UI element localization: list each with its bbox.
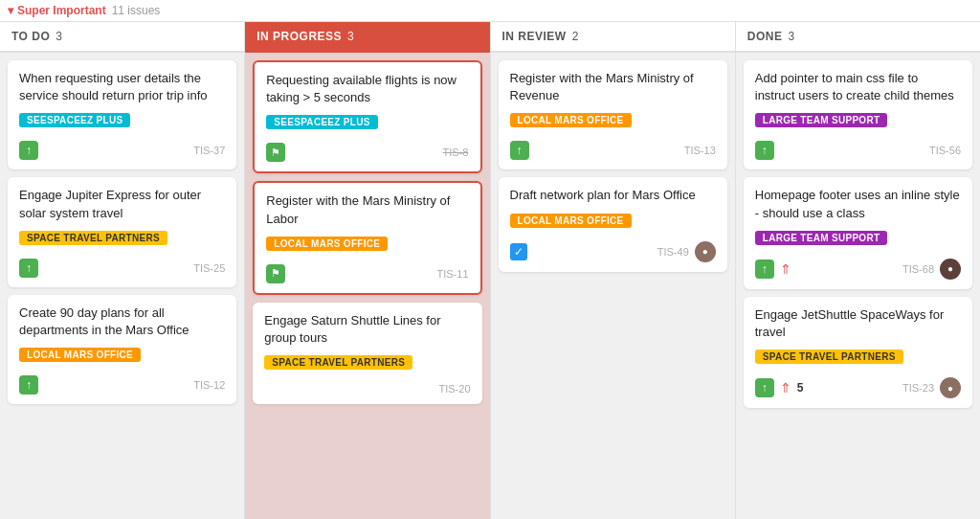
card-footer-right: TIS-23● bbox=[902, 377, 961, 398]
card-footer: ↑TIS-12 bbox=[19, 375, 225, 395]
avatar: ● bbox=[695, 241, 716, 262]
card-footer-right: TIS-49● bbox=[657, 241, 716, 262]
card[interactable]: Engage JetShuttle SpaceWays for travelSP… bbox=[744, 297, 972, 408]
card-tag: LOCAL MARS OFFICE bbox=[19, 348, 141, 362]
card-footer-left: ⚑ bbox=[266, 264, 285, 283]
card-tag: LARGE TEAM SUPPORT bbox=[755, 231, 888, 245]
card[interactable]: Register with the Mars Ministry of Labor… bbox=[253, 181, 481, 294]
card-footer: ↑TIS-25 bbox=[19, 259, 225, 278]
up-arrow-button[interactable]: ↑ bbox=[510, 141, 529, 160]
card-title: When requesting user details the service… bbox=[19, 70, 225, 104]
card-footer-left: ↑ bbox=[755, 141, 774, 160]
double-up-arrow-icon: ⇑ bbox=[780, 261, 791, 277]
bookmark-button[interactable]: ⚑ bbox=[266, 264, 285, 283]
card-footer: ↑⇑5TIS-23● bbox=[755, 377, 961, 398]
column-inreview: IN REVIEW2Register with the Mars Ministr… bbox=[491, 22, 736, 519]
card[interactable]: Add pointer to main css file to instruct… bbox=[744, 60, 972, 169]
badge-count: 5 bbox=[797, 381, 804, 395]
card-id: TIS-56 bbox=[929, 145, 961, 156]
col-header-inprogress: IN PROGRESS3 bbox=[245, 22, 489, 53]
up-arrow-button[interactable]: ↑ bbox=[19, 375, 38, 395]
card-title: Homepage footer uses an inline style - s… bbox=[755, 187, 961, 221]
card-footer-left: ↑ bbox=[19, 259, 38, 278]
card-id: TIS-49 bbox=[657, 246, 689, 258]
card-tag: LOCAL MARS OFFICE bbox=[510, 113, 632, 127]
card-footer-left: ↑ bbox=[510, 141, 529, 160]
card-footer-right: TIS-56 bbox=[929, 145, 961, 156]
up-arrow-button[interactable]: ↑ bbox=[755, 378, 774, 397]
bookmark-button[interactable]: ⚑ bbox=[266, 143, 285, 162]
card-title: Requesting available flights is now taki… bbox=[266, 72, 468, 106]
card-footer: ✓TIS-49● bbox=[510, 241, 716, 262]
col-count: 3 bbox=[347, 30, 354, 43]
col-header-todo: TO DO3 bbox=[0, 22, 244, 53]
card-tag: SEESPACEEZ PLUS bbox=[19, 113, 130, 127]
up-arrow-button[interactable]: ↑ bbox=[755, 141, 774, 160]
card-footer-right: TIS-12 bbox=[193, 379, 225, 391]
card-footer: TIS-20 bbox=[264, 383, 470, 395]
card-title: Register with the Mars Ministry of Labor bbox=[266, 192, 468, 227]
card-tag: SPACE TRAVEL PARTNERS bbox=[264, 355, 412, 370]
card-id: TIS-20 bbox=[438, 383, 470, 395]
card[interactable]: Engage Jupiter Express for outer solar s… bbox=[8, 177, 236, 286]
group-header: ▾ Super Important 11 issues bbox=[0, 0, 980, 22]
col-header-done: DONE3 bbox=[736, 22, 980, 53]
card-id: TIS-11 bbox=[436, 268, 468, 280]
card-footer-right: TIS-8 bbox=[443, 147, 469, 158]
card-footer: ⚑TIS-11 bbox=[266, 264, 468, 283]
card-footer-right: TIS-37 bbox=[193, 145, 225, 156]
column-inprogress: IN PROGRESS3Requesting available flights… bbox=[245, 22, 490, 519]
col-title: IN REVIEW bbox=[502, 30, 567, 43]
card[interactable]: Create 90 day plans for all departments … bbox=[8, 295, 236, 404]
col-body-todo: When requesting user details the service… bbox=[0, 53, 244, 519]
card-title: Engage Jupiter Express for outer solar s… bbox=[19, 187, 225, 221]
card-footer: ↑TIS-13 bbox=[510, 141, 716, 160]
card-title: Draft network plan for Mars Office bbox=[510, 187, 716, 204]
col-title: DONE bbox=[747, 30, 783, 43]
card-title: Create 90 day plans for all departments … bbox=[19, 305, 225, 339]
card-title: Add pointer to main css file to instruct… bbox=[755, 70, 961, 104]
card-footer-right: TIS-25 bbox=[193, 262, 225, 274]
checkbox-done[interactable]: ✓ bbox=[510, 243, 527, 260]
card-id: TIS-8 bbox=[443, 147, 469, 158]
card-footer-left: ↑ bbox=[19, 141, 38, 160]
card-footer-right: TIS-13 bbox=[684, 145, 716, 156]
card-tag: SPACE TRAVEL PARTNERS bbox=[19, 231, 167, 245]
avatar: ● bbox=[940, 377, 961, 398]
chevron-icon[interactable]: ▾ bbox=[8, 4, 13, 17]
card-id: TIS-37 bbox=[193, 145, 225, 156]
card-footer-right: TIS-68● bbox=[902, 259, 961, 280]
card[interactable]: When requesting user details the service… bbox=[8, 60, 236, 169]
card-footer-left: ✓ bbox=[510, 243, 527, 260]
card[interactable]: Register with the Mars Ministry of Reven… bbox=[499, 60, 727, 169]
card[interactable]: Requesting available flights is now taki… bbox=[253, 60, 481, 173]
card-id: TIS-68 bbox=[902, 263, 934, 275]
card-footer: ↑TIS-37 bbox=[19, 141, 225, 160]
card-id: TIS-23 bbox=[902, 382, 934, 394]
kanban-board: ▾ Super Important 11 issues TO DO3When r… bbox=[0, 0, 980, 519]
card[interactable]: Engage Saturn Shuttle Lines for group to… bbox=[253, 303, 481, 404]
columns-container: TO DO3When requesting user details the s… bbox=[0, 22, 980, 519]
up-arrow-button[interactable]: ↑ bbox=[19, 141, 38, 160]
col-body-done: Add pointer to main css file to instruct… bbox=[736, 53, 980, 519]
card-footer-right: TIS-20 bbox=[438, 383, 470, 395]
card-footer-left: ↑⇑5 bbox=[755, 378, 804, 397]
up-arrow-button[interactable]: ↑ bbox=[755, 260, 774, 279]
col-count: 2 bbox=[572, 30, 579, 43]
card-tag: LOCAL MARS OFFICE bbox=[266, 237, 388, 251]
card[interactable]: Homepage footer uses an inline style - s… bbox=[744, 177, 972, 288]
card-title: Register with the Mars Ministry of Reven… bbox=[510, 70, 716, 104]
col-title: TO DO bbox=[11, 30, 50, 43]
card[interactable]: Draft network plan for Mars OfficeLOCAL … bbox=[499, 177, 727, 271]
card-tag: SEESPACEEZ PLUS bbox=[266, 115, 377, 129]
col-header-inreview: IN REVIEW2 bbox=[491, 22, 735, 53]
column-todo: TO DO3When requesting user details the s… bbox=[0, 22, 245, 519]
card-tag: LOCAL MARS OFFICE bbox=[510, 214, 632, 228]
column-done: DONE3Add pointer to main css file to ins… bbox=[736, 22, 980, 519]
card-title: Engage Saturn Shuttle Lines for group to… bbox=[264, 312, 470, 347]
up-arrow-button[interactable]: ↑ bbox=[19, 259, 38, 278]
avatar: ● bbox=[940, 259, 961, 280]
card-footer: ↑⇑TIS-68● bbox=[755, 259, 961, 280]
card-id: TIS-12 bbox=[193, 379, 225, 391]
col-title: IN PROGRESS bbox=[256, 30, 342, 43]
